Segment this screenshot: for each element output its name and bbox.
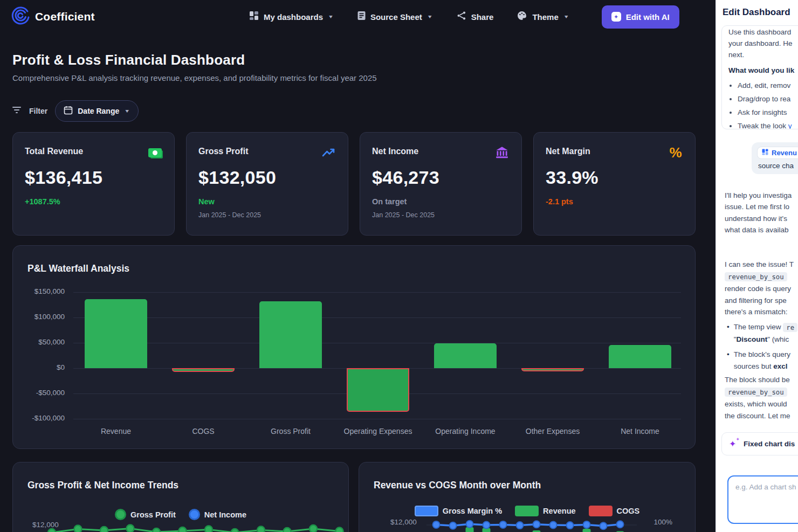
chat-text-line: I'll help you investiga xyxy=(725,190,792,201)
chat-text-line: I can see the issue! T xyxy=(725,259,797,270)
chat-text-line: The block's query xyxy=(734,349,790,361)
chat-text-line: exists, which would xyxy=(725,398,790,410)
waterfall-gridline xyxy=(73,292,681,293)
waterfall-x-label: COGS xyxy=(157,427,249,436)
chat-text-line: understand how it's xyxy=(725,213,792,224)
mom-line-sliver xyxy=(426,515,637,532)
brand-name: Coefficient xyxy=(35,10,95,23)
grid-icon xyxy=(249,11,259,23)
app-root: Coefficient My dashboards▼Source Sheet▼S… xyxy=(0,0,798,532)
fixed-chart-action-button[interactable]: ✦✦ Fixed chart dis xyxy=(721,432,798,455)
share-icon xyxy=(457,11,466,23)
chat-bullet-item: •The temp view re"Discount" (whic xyxy=(727,321,797,345)
calendar-icon xyxy=(64,106,73,117)
legend-item-revenue: Revenue xyxy=(515,506,575,516)
bank-icon xyxy=(493,144,511,161)
chat-text-line: the discount. Let me xyxy=(725,410,790,422)
chat-text: I'll help you investiga xyxy=(725,191,792,199)
mom-right-tick: 100% xyxy=(653,518,672,526)
legend-dot xyxy=(115,509,126,520)
chat-text: excl xyxy=(773,362,787,370)
waterfall-y-tick: -$100,000 xyxy=(13,414,65,422)
kpi-delta: New xyxy=(198,197,215,206)
page-title: Profit & Loss Financial Dashboard xyxy=(12,52,245,68)
kpi-period: Jan 2025 - Dec 2025 xyxy=(198,211,261,219)
waterfall-title: P&L Waterfall Analysis xyxy=(27,263,129,274)
legend-swatch xyxy=(515,506,539,516)
nav-item-source-sheet[interactable]: Source Sheet▼ xyxy=(357,11,433,23)
banknote-icon xyxy=(146,144,163,161)
waterfall-gridline xyxy=(73,317,681,318)
assistant-message-1: I'll help you investigaissue. Let me fir… xyxy=(725,190,792,236)
nav-item-my-dashboards[interactable]: My dashboards▼ xyxy=(249,11,334,23)
chat-bullet-text: The temp view re"Discount" (whic xyxy=(734,321,797,345)
legend-label: Gross Margin % xyxy=(443,507,502,515)
waterfall-bar-cogs xyxy=(172,368,235,372)
chat-text-line: revenue_by_sou xyxy=(725,271,797,282)
chat-text-line: "Discount" (whic xyxy=(734,334,797,346)
date-range-label: Date Range xyxy=(78,107,119,115)
waterfall-bar-operating-income xyxy=(434,343,497,368)
chat-bullet-item: •The block's querysources but excl xyxy=(727,349,797,372)
kpi-value: 33.9% xyxy=(546,167,598,188)
chat-text: understand how it's xyxy=(725,215,787,223)
kpi-card-total-revenue: Total Revenue$136,415+1087.5% xyxy=(12,132,175,236)
page-subtitle: Comprehensive P&L analysis tracking reve… xyxy=(12,73,377,82)
nav-items: My dashboards▼Source Sheet▼ShareTheme▼✦E… xyxy=(249,0,679,33)
palette-icon xyxy=(517,11,527,23)
kpi-value: $136,415 xyxy=(25,167,102,188)
sparkle-badge-icon: ✦ xyxy=(611,12,621,22)
nav-item-label: Share xyxy=(471,12,494,22)
chevron-down-icon: ▼ xyxy=(563,14,569,19)
nav-item-label: Source Sheet xyxy=(370,12,422,22)
chart-reference-label: Revenu xyxy=(772,149,797,157)
chat-text-line: there's a mismatch: xyxy=(725,306,797,317)
kpi-card-net-income: Net Income$46,273On targetJan 2025 - Dec… xyxy=(360,132,522,236)
kpi-value: $132,050 xyxy=(198,167,276,188)
chat-text: issue. Let me first lo xyxy=(725,203,789,211)
nav-item-theme[interactable]: Theme▼ xyxy=(517,11,569,23)
waterfall-bar-other-expenses xyxy=(521,368,584,371)
chat-text-line: and filtering for spe xyxy=(725,295,797,306)
edit-with-ai-label: Edit with AI xyxy=(626,12,670,22)
chart-reference-chip[interactable]: Revenu xyxy=(757,147,798,159)
intro-bullet-item: Tweak the look y xyxy=(738,119,798,129)
legend-item-gross-profit: Gross Profit xyxy=(115,509,176,520)
document-icon xyxy=(357,11,366,23)
kpi-period: Jan 2025 - Dec 2025 xyxy=(372,211,435,219)
legend-label: COGS xyxy=(617,507,640,515)
date-range-button[interactable]: Date Range ▼ xyxy=(55,100,139,122)
nav-item-share[interactable]: Share xyxy=(457,11,494,23)
waterfall-bar-revenue xyxy=(85,299,147,368)
waterfall-x-label: Revenue xyxy=(70,427,162,436)
chevron-down-icon: ▼ xyxy=(328,14,334,19)
kpi-card-net-margin: Net Margin%33.9%-2.1 pts xyxy=(533,132,696,236)
intro-bullet-link[interactable]: y xyxy=(788,122,792,129)
sparkles-icon: ✦✦ xyxy=(729,440,739,448)
waterfall-panel: P&L Waterfall Analysis $150,000$100,000$… xyxy=(12,245,696,449)
chat-text: and filtering for spe xyxy=(725,296,787,305)
trends-panel: Gross Profit & Net Income Trends Gross P… xyxy=(12,462,349,532)
brand-logo[interactable]: Coefficient xyxy=(11,0,95,33)
nav-item-label: My dashboards xyxy=(264,12,323,22)
revenue-vs-cogs-panel: Revenue vs COGS Month over Month Gross M… xyxy=(359,462,696,532)
intro-paragraph-line: next. xyxy=(728,49,798,60)
legend-swatch xyxy=(589,506,613,516)
waterfall-x-label: Operating Income xyxy=(419,427,511,436)
waterfall-bar-gross-profit xyxy=(259,301,322,368)
waterfall-y-tick: $150,000 xyxy=(13,287,65,295)
top-nav: Coefficient My dashboards▼Source Sheet▼S… xyxy=(0,0,716,33)
legend-item-gross-margin-: Gross Margin % xyxy=(415,506,502,516)
assistant-intro-card: Use this dashboardyour dashboard. Henext… xyxy=(721,25,798,129)
nav-item-label: Theme xyxy=(532,12,558,22)
assistant-message-3: The block should berevenue_by_souexists,… xyxy=(725,374,790,422)
chat-text: what data is availab xyxy=(725,226,789,234)
chat-input[interactable] xyxy=(727,475,798,524)
intro-paragraph-line: Use this dashboard xyxy=(728,26,798,38)
edit-with-ai-button[interactable]: ✦Edit with AI xyxy=(602,5,679,29)
revenue-vs-cogs-title: Revenue vs COGS Month over Month xyxy=(374,480,541,491)
intro-bullet-item: Add, edit, remov xyxy=(738,79,798,92)
waterfall-x-label: Operating Expenses xyxy=(332,427,424,436)
kpi-title: Net Income xyxy=(372,147,418,156)
trends-title: Gross Profit & Net Income Trends xyxy=(27,480,178,491)
